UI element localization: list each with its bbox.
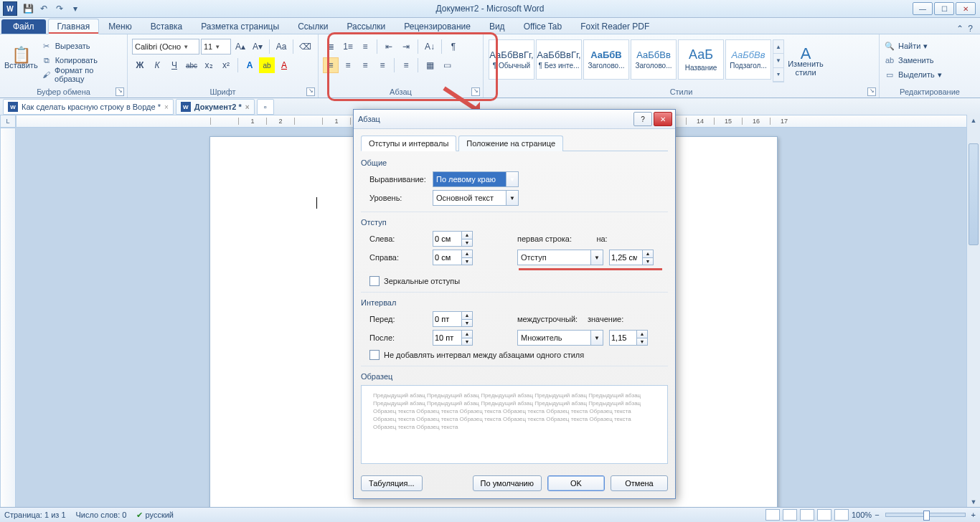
outline-level-combo[interactable]: Основной текст▼ [433,190,519,206]
tab-review[interactable]: Рецензирование [395,19,480,34]
zoom-slider[interactable] [885,513,966,517]
replace-button[interactable]: abЗаменить [884,54,942,67]
close-button[interactable]: ✕ [956,2,976,15]
superscript-button[interactable]: x² [218,57,234,73]
font-launcher[interactable]: ↘ [306,87,315,96]
zoom-level[interactable]: 100% [852,511,872,519]
tab-layout[interactable]: Разметка страницы [192,19,288,34]
scrollbar-thumb[interactable] [969,143,979,245]
change-styles-button[interactable]: A Изменить стили [785,39,826,87]
line-spacing-at-input[interactable]: ▲▼ [609,330,648,346]
align-right-button[interactable]: ≡ [357,57,373,73]
alignment-combo[interactable]: По левому краю▼ [433,171,519,187]
strike-button[interactable]: abc [184,57,199,73]
paragraph-launcher[interactable]: ↘ [471,87,480,96]
grow-font-button[interactable]: A▴ [232,39,248,54]
view-draft-button[interactable] [834,509,849,521]
borders-button[interactable]: ▭ [439,57,455,73]
help-icon[interactable]: ? [968,24,973,34]
align-center-button[interactable]: ≡ [340,57,356,73]
format-painter-button[interactable]: 🖌Формат по образцу [41,68,123,81]
indent-right-input[interactable]: ▲▼ [433,250,473,265]
zoom-out-button[interactable]: − [875,511,879,519]
decrease-indent-button[interactable]: ⇤ [381,39,397,54]
mirror-indents-checkbox[interactable]: Зеркальные отступы [369,276,668,286]
firstline-by-input[interactable]: ▲▼ [609,250,654,265]
tab-insert[interactable]: Вставка [141,19,192,34]
maximize-button[interactable]: ☐ [934,2,954,15]
scroll-up-icon[interactable]: ▲ [967,115,980,126]
sort-button[interactable]: A↓ [422,39,438,54]
styles-gallery-scroll[interactable]: ▲▼▾ [773,39,784,82]
ruler-vertical[interactable] [0,128,16,508]
style-subtitle[interactable]: АаБбВвПодзагол... [725,39,771,80]
view-print-button[interactable] [765,509,780,521]
bullets-button[interactable]: ≣ [323,39,339,54]
show-marks-button[interactable]: ¶ [446,39,461,54]
doctab-2[interactable]: WДокумент2 *× [176,99,255,115]
increase-indent-button[interactable]: ⇥ [398,39,414,54]
paste-button[interactable]: 📋 Вставить [4,36,38,85]
indent-left-input[interactable]: ▲▼ [433,231,473,247]
tab-foxit[interactable]: Foxit Reader PDF [571,19,659,34]
line-spacing-button[interactable]: ≡ [398,57,414,73]
undo-icon[interactable]: ↶ [37,2,50,15]
dialog-close-button[interactable]: ✕ [654,112,672,126]
save-icon[interactable]: 💾 [22,2,34,15]
text-effects-button[interactable]: A [242,57,258,73]
align-left-button[interactable]: ≡ [323,57,339,73]
scroll-down-icon[interactable]: ▼ [967,496,980,508]
style-heading2[interactable]: АаБбВвЗаголово... [631,39,677,80]
style-title[interactable]: АаБНазвание [678,39,724,80]
status-words[interactable]: Число слов: 0 [76,511,127,519]
numbering-button[interactable]: 1≡ [340,39,356,54]
copy-button[interactable]: ⧉Копировать [41,54,123,67]
file-tab[interactable]: Файл [1,19,46,34]
style-normal[interactable]: АаБбВвГг,¶ Обычный [489,39,534,80]
vertical-scrollbar[interactable]: ▲ ▼ [966,115,980,508]
status-page[interactable]: Страница: 1 из 1 [4,511,66,519]
tab-office[interactable]: Office Tab [514,19,572,34]
firstline-combo[interactable]: Отступ▼ [517,250,603,265]
tab-home[interactable]: Главная [48,19,100,34]
font-color-button[interactable]: A [276,57,292,73]
italic-button[interactable]: К [149,57,165,73]
ribbon-minimize-icon[interactable]: ⌃ [956,24,963,34]
status-lang[interactable]: ✔ русский [136,511,174,520]
clipboard-launcher[interactable]: ↘ [116,87,124,96]
highlight-button[interactable]: ab [259,57,275,73]
qat-more-icon[interactable]: ▾ [69,2,82,15]
minimize-button[interactable]: — [913,2,933,15]
style-no-spacing[interactable]: АаБбВвГг,¶ Без инте... [536,39,582,80]
view-web-button[interactable] [800,509,814,521]
align-justify-button[interactable]: ≡ [374,57,390,73]
close-tab-icon[interactable]: × [245,103,250,111]
font-name-combo[interactable]: Calibri (Осно▼ [132,39,199,54]
line-spacing-combo[interactable]: Множитель▼ [517,330,603,346]
spacing-after-input[interactable]: ▲▼ [433,330,473,346]
tab-mailings[interactable]: Рассылки [337,19,395,34]
ruler-corner[interactable]: L [0,115,16,128]
close-tab-icon[interactable]: × [164,103,169,111]
default-button[interactable]: По умолчанию [473,475,542,491]
tab-references[interactable]: Ссылки [288,19,337,34]
dialog-tab-position[interactable]: Положение на странице [458,136,563,151]
spacing-before-input[interactable]: ▲▼ [433,311,473,327]
subscript-button[interactable]: x₂ [201,57,217,73]
styles-launcher[interactable]: ↘ [867,87,876,96]
multilevel-button[interactable]: ≡ [357,39,373,54]
bold-button[interactable]: Ж [132,57,148,73]
cancel-button[interactable]: Отмена [611,475,668,491]
dialog-help-button[interactable]: ? [633,112,652,126]
cut-button[interactable]: ✂Вырезать [41,39,123,52]
underline-button[interactable]: Ч [166,57,182,73]
find-button[interactable]: 🔍Найти ▾ [884,39,942,52]
redo-icon[interactable]: ↷ [53,2,66,15]
view-outline-button[interactable] [817,509,831,521]
tab-menu[interactable]: Меню [99,19,141,34]
no-space-same-style-checkbox[interactable]: Не добавлять интервал между абзацами одн… [369,350,668,360]
font-size-combo[interactable]: 11▼ [201,39,231,54]
zoom-in-button[interactable]: + [971,511,976,519]
shrink-font-button[interactable]: A▾ [250,39,265,54]
doctab-1[interactable]: WКак сделать красную строку в Ворде *× [3,99,174,115]
